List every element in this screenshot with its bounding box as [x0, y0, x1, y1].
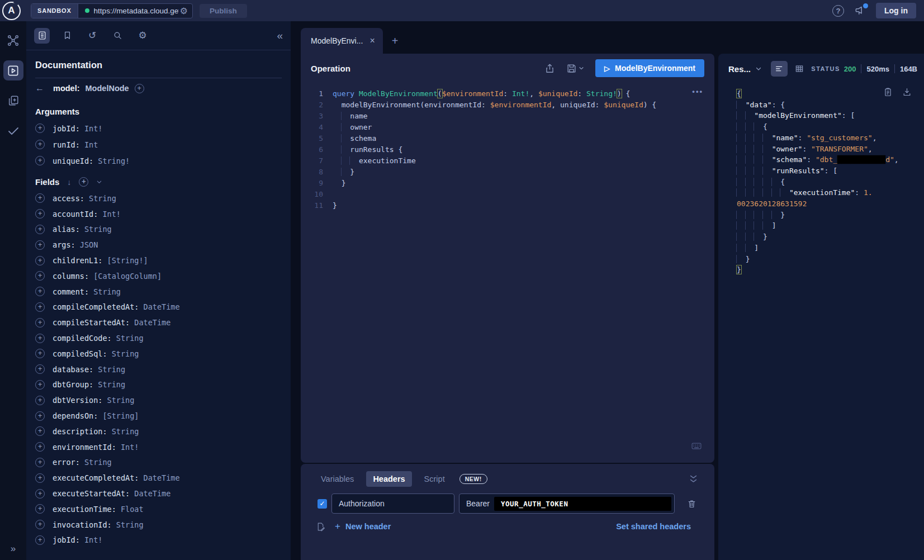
add-field-icon[interactable]: +	[35, 473, 45, 483]
field-type[interactable]: String	[107, 349, 139, 358]
tab-variables[interactable]: Variables	[314, 471, 361, 487]
field-name[interactable]: dependsOn:	[53, 411, 98, 420]
apollo-logo[interactable]: A	[2, 2, 21, 20]
add-field-icon[interactable]: +	[35, 209, 45, 219]
search-icon[interactable]	[110, 28, 125, 44]
download-response-icon[interactable]	[902, 87, 912, 97]
endpoint-settings-icon[interactable]: ⚙	[179, 6, 192, 16]
add-field-icon[interactable]: +	[35, 302, 45, 312]
field-type[interactable]: DateTime	[139, 302, 179, 311]
field-type[interactable]: String	[80, 458, 112, 467]
set-shared-headers-link[interactable]: Set shared headers	[616, 522, 691, 531]
sort-fields-icon[interactable]: ↓	[67, 178, 71, 187]
response-title[interactable]: Res...	[728, 64, 751, 74]
checklist-icon[interactable]	[3, 121, 23, 141]
field-type[interactable]: String	[112, 334, 144, 343]
field-type[interactable]: Float	[116, 505, 144, 514]
collapse-panel-icon[interactable]	[689, 475, 698, 484]
field-name[interactable]: invocationId:	[53, 520, 112, 529]
field-name[interactable]: dbtVersion:	[53, 396, 102, 405]
history-icon[interactable]: ↺	[84, 28, 100, 44]
add-field-icon[interactable]: +	[35, 240, 45, 250]
field-name[interactable]: compileStartedAt:	[53, 318, 130, 327]
add-field-icon[interactable]: +	[35, 271, 45, 281]
field-name[interactable]: access:	[53, 194, 84, 203]
add-field-icon[interactable]: +	[35, 396, 45, 405]
field-type[interactable]: String	[93, 380, 125, 389]
field-type[interactable]: String	[84, 194, 116, 203]
field-type[interactable]: String!	[93, 156, 130, 165]
field-type[interactable]: JSON	[75, 240, 98, 249]
add-field-icon[interactable]: +	[35, 411, 45, 421]
delete-header-icon[interactable]	[687, 499, 696, 509]
field-type[interactable]: Int!	[98, 210, 121, 219]
copy-response-icon[interactable]	[883, 87, 893, 97]
add-field-icon[interactable]: +	[35, 504, 45, 514]
field-type[interactable]: [CatalogColumn]	[89, 272, 162, 281]
add-field-icon[interactable]: +	[35, 334, 45, 343]
field-name[interactable]: jobId:	[53, 535, 80, 544]
field-type[interactable]: DateTime	[130, 489, 170, 498]
announcements-icon[interactable]	[854, 5, 866, 17]
add-field-icon[interactable]: +	[35, 520, 45, 529]
field-name[interactable]: executionTime:	[53, 505, 116, 514]
field-name[interactable]: args:	[53, 240, 75, 249]
field-type[interactable]: String	[93, 365, 125, 374]
close-tab-icon[interactable]: ×	[369, 36, 375, 46]
field-type[interactable]: String	[80, 225, 112, 234]
documentation-icon[interactable]	[34, 28, 50, 44]
schema-icon[interactable]	[3, 30, 23, 50]
login-button[interactable]: Log in	[876, 3, 916, 18]
field-name[interactable]: columns:	[53, 272, 89, 281]
endpoint-box[interactable]: SANDBOX https://metadata.cloud.get ⚙	[31, 3, 193, 18]
new-header-button[interactable]: + New header	[335, 521, 391, 532]
field-name[interactable]: compiledCode:	[53, 334, 112, 343]
add-field-icon[interactable]: +	[35, 140, 45, 149]
help-icon[interactable]: ?	[832, 5, 844, 17]
add-field-icon[interactable]: +	[135, 84, 144, 93]
header-key-input[interactable]	[331, 493, 454, 514]
operation-collections-icon[interactable]	[3, 91, 23, 111]
field-name[interactable]: jobId:	[53, 124, 80, 133]
field-type[interactable]: String	[107, 427, 139, 436]
editor-menu-icon[interactable]: •••	[692, 87, 703, 96]
field-name[interactable]: comment:	[53, 287, 89, 296]
add-field-icon[interactable]: +	[35, 442, 45, 452]
field-name[interactable]: description:	[53, 427, 107, 436]
field-type[interactable]: String	[112, 520, 144, 529]
add-all-fields-icon[interactable]: +	[79, 177, 88, 187]
expand-rail-icon[interactable]: »	[0, 543, 26, 554]
script-document-icon[interactable]	[316, 522, 325, 531]
share-icon[interactable]	[544, 63, 555, 74]
field-type[interactable]: Int!	[116, 443, 139, 452]
endpoint-url[interactable]: https://metadata.cloud.get	[94, 7, 179, 15]
chevron-down-icon[interactable]	[96, 179, 102, 185]
field-name[interactable]: childrenL1:	[53, 256, 102, 265]
header-enabled-checkbox[interactable]: ✓	[318, 499, 327, 509]
add-field-icon[interactable]: +	[35, 156, 45, 165]
table-view-icon[interactable]	[791, 61, 808, 77]
field-name[interactable]: compileCompletedAt:	[53, 302, 139, 311]
publish-button[interactable]: Publish	[200, 4, 247, 18]
add-field-icon[interactable]: +	[35, 287, 45, 296]
add-field-icon[interactable]: +	[35, 256, 45, 265]
field-type[interactable]: String	[102, 396, 134, 405]
field-type[interactable]: Int!	[80, 535, 103, 544]
header-value-input[interactable]: Bearer YOUR_AUTH_TOKEN	[459, 493, 675, 514]
add-field-icon[interactable]: +	[35, 380, 45, 390]
back-arrow-icon[interactable]: ←	[35, 83, 44, 93]
response-chevron-icon[interactable]	[755, 65, 762, 72]
field-type[interactable]: [String!]	[102, 256, 148, 265]
add-field-icon[interactable]: +	[35, 225, 45, 234]
field-type[interactable]: String	[89, 287, 121, 296]
operation-tab[interactable]: ModelByEnvi... ×	[301, 28, 383, 54]
breadcrumb-type[interactable]: ModelNode	[86, 84, 129, 93]
field-name[interactable]: database:	[53, 365, 93, 374]
field-name[interactable]: dbtGroup:	[53, 380, 93, 389]
field-name[interactable]: executeCompletedAt:	[53, 473, 139, 482]
tab-script[interactable]: Script	[418, 471, 452, 487]
query-editor[interactable]: 1query ModelByEnvironment($environmentId…	[301, 83, 714, 463]
field-name[interactable]: uniqueId:	[53, 156, 93, 165]
new-tab-icon[interactable]: +	[392, 35, 399, 48]
add-field-icon[interactable]: +	[35, 426, 45, 436]
